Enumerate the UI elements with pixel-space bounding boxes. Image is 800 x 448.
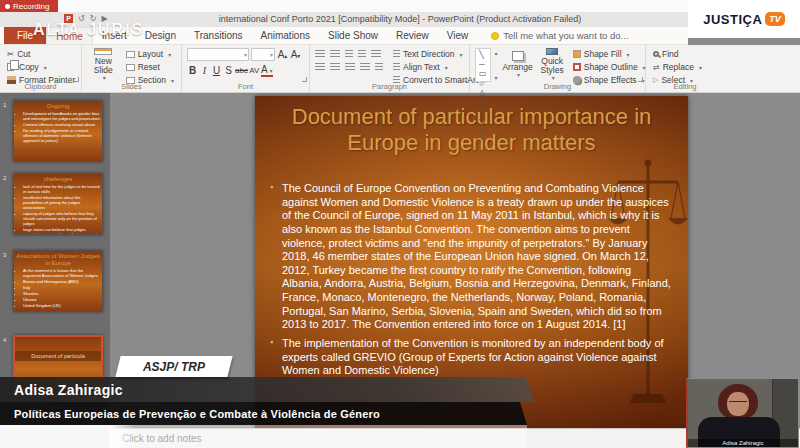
recording-indicator: Recording [0, 0, 58, 12]
replace-label: Replace [663, 62, 694, 72]
find-icon [653, 51, 659, 57]
align-center-icon[interactable] [330, 63, 340, 71]
thumbnail-bullet: Development of handbooks on gender bias … [23, 111, 100, 121]
thumbnail-slide-3[interactable]: Associations of Women Judges in Europe A… [13, 250, 103, 312]
thumbnail-title: Associations of Women Judges in Europe [14, 253, 102, 267]
thumbnail-number: 3 [3, 252, 6, 258]
shapes-scroll-down-icon[interactable]: ▾ [495, 74, 498, 81]
shapes-row-2: ◇ ☆ ▽ ◻ ⌂ [479, 98, 487, 146]
bold-button[interactable]: B [187, 65, 198, 76]
italic-button[interactable]: I [199, 65, 210, 76]
decrease-indent-icon[interactable] [345, 50, 353, 58]
arrange-button[interactable]: Arrange [502, 48, 534, 82]
bullets-icon[interactable] [315, 50, 325, 58]
tab-slide-show[interactable]: Slide Show [319, 27, 387, 44]
text-direction-icon [393, 50, 400, 58]
slides-group-label: Slides [82, 82, 181, 91]
justica-tv-logo: JUSTIÇA TV [688, 0, 800, 38]
reset-button[interactable]: Reset [124, 61, 176, 73]
tab-view[interactable]: View [438, 27, 478, 44]
thumbnail-slide-1[interactable]: Ongoing Development of handbooks on gend… [13, 100, 103, 162]
shape-fill-button[interactable]: Shape Fill [571, 48, 648, 60]
tell-me-box[interactable]: Tell me what you want to do... [491, 27, 628, 44]
tell-me-label: Tell me what you want to do... [503, 30, 628, 41]
quick-styles-button[interactable]: Quick Styles [538, 48, 567, 82]
new-slide-button[interactable]: New Slide [87, 48, 120, 82]
columns-icon[interactable] [375, 63, 383, 71]
thumbnail-title: Ongoing [14, 103, 102, 110]
drawing-dialog-launcher-icon[interactable] [638, 77, 643, 82]
justify-icon[interactable] [360, 63, 370, 71]
align-text-icon [393, 63, 400, 71]
increase-indent-icon[interactable] [358, 50, 366, 58]
thumbnail-bullet: insufficient information about the possi… [23, 195, 100, 210]
arrange-label: Arrange [502, 63, 532, 72]
layout-label: Layout [138, 49, 164, 59]
speaker-glasses [729, 401, 747, 404]
line-spacing-icon[interactable] [371, 50, 381, 58]
clipboard-group: ✂ Cut Copy Format Painter Clipboard [0, 45, 82, 92]
recording-dot-icon [5, 4, 10, 9]
thumbnail-number: 1 [3, 102, 6, 108]
lower-third-bottom-band [0, 425, 527, 448]
text-shadow-button[interactable]: S [223, 65, 234, 76]
strikethrough-button[interactable]: abc [235, 66, 248, 75]
slide-bullet-1: The Council of Europe Convention on Prev… [269, 182, 671, 332]
font-color-button[interactable]: A [261, 64, 273, 77]
align-left-icon[interactable] [315, 63, 325, 71]
slides-group: New Slide Layout Reset Section Slides [82, 45, 182, 92]
copy-button[interactable]: Copy [5, 61, 77, 73]
thumbnail-bullet: Bosnia and Herzegovina (AWJ) [23, 279, 100, 284]
thumbnail-bullet: Re-reading of judgements in criminal off… [23, 128, 100, 143]
recording-label: Recording [13, 2, 49, 11]
numbering-icon[interactable] [330, 50, 340, 58]
grow-font-button[interactable]: A▴ [277, 49, 288, 60]
align-right-icon[interactable] [345, 63, 355, 71]
clipboard-dialog-launcher-icon[interactable] [74, 77, 79, 82]
shrink-font-button[interactable]: A▾ [290, 49, 301, 60]
font-name-combo[interactable] [187, 48, 249, 61]
paragraph-dialog-launcher-icon[interactable] [462, 77, 467, 82]
layout-button[interactable]: Layout [124, 48, 176, 60]
thumbnail-bullet: United Kingdom (UK) [23, 303, 100, 308]
underline-button[interactable]: U [211, 65, 222, 76]
lower-third-tag: ASJP/ TRP [115, 356, 232, 377]
shape-fill-label: Shape Fill [584, 49, 622, 59]
copy-icon [7, 63, 14, 71]
replace-icon: ⇄ [653, 63, 660, 72]
tab-animations[interactable]: Animations [252, 27, 319, 44]
tab-transitions[interactable]: Transitions [185, 27, 252, 44]
font-dialog-launcher-icon[interactable] [302, 77, 307, 82]
character-spacing-button[interactable]: AV [249, 66, 260, 75]
slide-title-textbox[interactable]: Document of particular importance in Eur… [288, 104, 656, 156]
shape-outline-label: Shape Outline [584, 62, 638, 72]
drawing-group: ╲ ─ ▭ ○ △ ◇ ☆ ▽ ◻ ⌂ ▴ ▾ Arrange Quick St… [470, 45, 646, 92]
text-direction-label: Text Direction [403, 49, 455, 59]
shape-outline-icon [573, 63, 581, 71]
webcam-caption: Adisa Zahiragic [688, 439, 798, 447]
find-button[interactable]: Find [651, 48, 704, 60]
find-label: Find [662, 49, 679, 59]
lightbulb-icon [491, 32, 499, 40]
thumbnail-bullet: Ukraine [23, 297, 100, 302]
speaker-name: Adisa Zahiragic [14, 382, 123, 398]
thumbnail-bullet: Italy [23, 285, 100, 290]
thumbnail-bullet: Slovakia [23, 291, 100, 296]
thumbnail-bullet: large states can believe that judges ass… [23, 227, 100, 235]
cut-button[interactable]: ✂ Cut [5, 48, 77, 60]
reset-label: Reset [138, 62, 160, 72]
shapes-scroll-up-icon[interactable]: ▴ [495, 49, 498, 56]
thumbnail-slide-2[interactable]: challenges lack of trial time for the ju… [13, 173, 103, 235]
top-strip [0, 0, 800, 12]
tab-review[interactable]: Review [387, 27, 438, 44]
shape-outline-button[interactable]: Shape Outline [571, 61, 648, 73]
reset-icon [126, 64, 135, 71]
font-size-combo[interactable] [251, 48, 275, 61]
shapes-gallery[interactable]: ╲ ─ ▭ ○ △ ◇ ☆ ▽ ◻ ⌂ [475, 48, 491, 82]
quick-styles-icon [546, 48, 558, 55]
shapes-scrollbar[interactable]: ▴ ▾ [495, 48, 498, 82]
slide-body-textbox[interactable]: The Council of Europe Convention on Prev… [269, 182, 671, 383]
thumbnail-title: Document of particula [15, 351, 101, 361]
lower-third-name-band: Adisa Zahiragic [0, 377, 534, 402]
replace-button[interactable]: ⇄ Replace [651, 61, 704, 73]
